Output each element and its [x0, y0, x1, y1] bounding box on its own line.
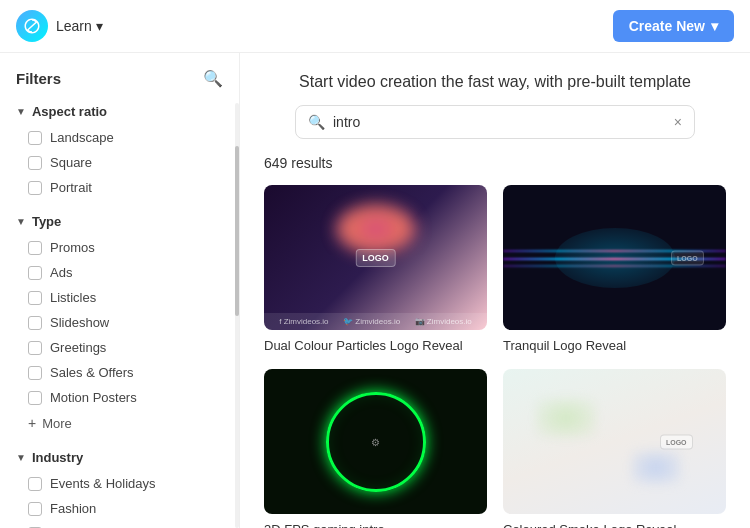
checkbox-motion-posters[interactable] [28, 391, 42, 405]
filter-section-industry-header[interactable]: ▼ Industry [0, 444, 239, 471]
aspect-ratio-label: Aspect ratio [32, 104, 107, 119]
checkbox-sales-offers[interactable] [28, 366, 42, 380]
filter-portrait[interactable]: Portrait [0, 175, 239, 200]
header-left: Learn ▾ [16, 10, 103, 42]
filter-ecommerce[interactable]: Ecommerce [0, 521, 239, 528]
checkbox-ads[interactable] [28, 266, 42, 280]
filter-section-aspect-ratio: ▼ Aspect ratio Landscape Square Portrait [0, 98, 239, 200]
logo-badge-2: LOGO [671, 250, 704, 265]
more-button-type[interactable]: + More [0, 410, 239, 436]
results-count: 649 results [264, 155, 726, 171]
filter-landscape[interactable]: Landscape [0, 125, 239, 150]
chevron-down-icon: ▾ [96, 18, 103, 34]
plus-icon: + [28, 415, 36, 431]
search-bar-icon: 🔍 [308, 114, 325, 130]
templates-grid: f Zimvideos.io 🐦 Zimvideos.io 📷 Zimvideo… [264, 185, 726, 528]
scroll-track [235, 103, 239, 528]
filter-section-industry: ▼ Industry Events & Holidays Fashion Eco… [0, 444, 239, 528]
wave-line-3 [503, 265, 726, 267]
filter-promos[interactable]: Promos [0, 235, 239, 260]
create-new-label: Create New [629, 18, 705, 34]
checkbox-fashion[interactable] [28, 502, 42, 516]
checkbox-listicles[interactable] [28, 291, 42, 305]
social-fb: f Zimvideos.io [279, 317, 328, 326]
checkbox-promos[interactable] [28, 241, 42, 255]
template-card-4[interactable]: LOGO Coloured Smoke Logo Reveal [503, 369, 726, 528]
template-name-3: 3D FPS gaming intro [264, 522, 487, 528]
search-bar: 🔍 × [295, 105, 695, 139]
sidebar: Filters 🔍 ▼ Aspect ratio Landscape Squar… [0, 53, 240, 528]
chevron-down-icon-type: ▼ [16, 216, 26, 227]
checkbox-greetings[interactable] [28, 341, 42, 355]
logo-icon[interactable] [16, 10, 48, 42]
promos-label: Promos [50, 240, 95, 255]
greetings-label: Greetings [50, 340, 106, 355]
thumb-3-inner: ⚙ [371, 436, 380, 447]
events-holidays-label: Events & Holidays [50, 476, 156, 491]
main-layout: Filters 🔍 ▼ Aspect ratio Landscape Squar… [0, 53, 750, 528]
sales-offers-label: Sales & Offers [50, 365, 134, 380]
clear-icon[interactable]: × [674, 114, 682, 130]
filter-slideshow[interactable]: Slideshow [0, 310, 239, 335]
fashion-label: Fashion [50, 501, 96, 516]
learn-button[interactable]: Learn ▾ [56, 18, 103, 34]
content-header-text: Start video creation the fast way, with … [264, 73, 726, 91]
learn-label: Learn [56, 18, 92, 34]
template-name-1: Dual Colour Particles Logo Reveal [264, 338, 487, 353]
filter-section-type: ▼ Type Promos Ads Listicles Slideshow [0, 208, 239, 436]
checkbox-portrait[interactable] [28, 181, 42, 195]
sidebar-header: Filters 🔍 [0, 65, 239, 98]
template-card-3[interactable]: ⚙ 3D FPS gaming intro [264, 369, 487, 528]
sidebar-title: Filters [16, 70, 61, 87]
template-card-2[interactable]: LOGO Tranquil Logo Reveal [503, 185, 726, 353]
social-tw: 🐦 Zimvideos.io [343, 317, 400, 326]
scroll-thumb[interactable] [235, 146, 239, 316]
chevron-down-icon-create: ▾ [711, 18, 718, 34]
motion-posters-label: Motion Posters [50, 390, 137, 405]
template-name-2: Tranquil Logo Reveal [503, 338, 726, 353]
filter-greetings[interactable]: Greetings [0, 335, 239, 360]
checkbox-events-holidays[interactable] [28, 477, 42, 491]
industry-label: Industry [32, 450, 83, 465]
chevron-down-icon-industry: ▼ [16, 452, 26, 463]
ads-label: Ads [50, 265, 72, 280]
thumb-1-footer: f Zimvideos.io 🐦 Zimvideos.io 📷 Zimvideo… [264, 313, 487, 330]
filter-ads[interactable]: Ads [0, 260, 239, 285]
filter-square[interactable]: Square [0, 150, 239, 175]
social-ig: 📷 Zimvideos.io [415, 317, 472, 326]
checkbox-slideshow[interactable] [28, 316, 42, 330]
template-thumb-2: LOGO [503, 185, 726, 330]
filter-section-aspect-ratio-header[interactable]: ▼ Aspect ratio [0, 98, 239, 125]
search-input[interactable] [333, 114, 666, 130]
landscape-label: Landscape [50, 130, 114, 145]
more-label: More [42, 416, 72, 431]
logo-svg [23, 17, 41, 35]
chevron-down-icon-aspect: ▼ [16, 106, 26, 117]
logo-badge-4: LOGO [660, 434, 693, 449]
template-thumb-4: LOGO [503, 369, 726, 514]
filter-motion-posters[interactable]: Motion Posters [0, 385, 239, 410]
listicles-label: Listicles [50, 290, 96, 305]
content-area: Start video creation the fast way, with … [240, 53, 750, 528]
filter-sales-offers[interactable]: Sales & Offers [0, 360, 239, 385]
portrait-label: Portrait [50, 180, 92, 195]
filter-section-type-header[interactable]: ▼ Type [0, 208, 239, 235]
content-inner: Start video creation the fast way, with … [240, 53, 750, 528]
header: Learn ▾ Create New ▾ [0, 0, 750, 53]
template-thumb-3: ⚙ [264, 369, 487, 514]
checkbox-square[interactable] [28, 156, 42, 170]
template-thumb-1: f Zimvideos.io 🐦 Zimvideos.io 📷 Zimvideo… [264, 185, 487, 330]
filter-events-holidays[interactable]: Events & Holidays [0, 471, 239, 496]
checkbox-landscape[interactable] [28, 131, 42, 145]
square-label: Square [50, 155, 92, 170]
create-new-button[interactable]: Create New ▾ [613, 10, 734, 42]
filter-listicles[interactable]: Listicles [0, 285, 239, 310]
type-label: Type [32, 214, 61, 229]
template-name-4: Coloured Smoke Logo Reveal [503, 522, 726, 528]
filter-fashion[interactable]: Fashion [0, 496, 239, 521]
search-icon[interactable]: 🔍 [203, 69, 223, 88]
template-card-1[interactable]: f Zimvideos.io 🐦 Zimvideos.io 📷 Zimvideo… [264, 185, 487, 353]
slideshow-label: Slideshow [50, 315, 109, 330]
